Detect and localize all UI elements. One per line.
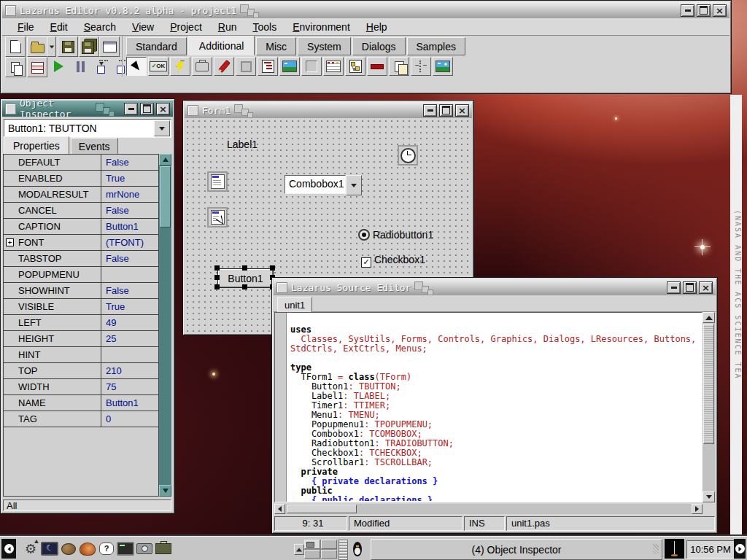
panel-hide-right-button[interactable] [734, 539, 746, 559]
property-value[interactable]: False [101, 203, 158, 218]
bevel-icon[interactable] [301, 57, 322, 76]
property-value[interactable]: (TFONT) [101, 235, 158, 250]
pager-desktop-3[interactable] [304, 550, 320, 559]
property-name[interactable]: FONT [4, 235, 101, 250]
palette-tab-samples[interactable]: Samples [407, 37, 465, 55]
scroll-up-icon[interactable] [159, 154, 171, 166]
lamp-applet-icon[interactable] [665, 539, 684, 559]
speedbutton-icon[interactable] [170, 57, 190, 76]
panel-hide-left-button[interactable] [1, 539, 16, 559]
palette-tab-misc[interactable]: Misc [256, 37, 296, 55]
property-name[interactable]: ENABLED [4, 171, 101, 186]
expand-icon[interactable]: + [6, 238, 14, 246]
combobox1-control[interactable]: Combobox1 [285, 175, 362, 195]
property-row[interactable]: HINT [4, 347, 158, 363]
konsole-icon[interactable] [117, 540, 134, 558]
select-cursor-icon[interactable] [126, 57, 147, 76]
property-row[interactable]: ENABLEDTrue [4, 171, 158, 187]
component-selector-combobox[interactable]: Button1: TBUTTON [4, 119, 171, 138]
property-name[interactable]: MODALRESULT [4, 187, 101, 202]
shell-nut-icon[interactable] [60, 540, 77, 558]
property-name[interactable]: TABSTOP [4, 251, 101, 266]
image-icon[interactable] [279, 57, 300, 76]
tab-events[interactable]: Events [71, 138, 118, 155]
scrollbar-thumb[interactable] [287, 505, 357, 513]
close-button[interactable]: × [699, 281, 713, 294]
maximize-button[interactable] [697, 4, 711, 17]
popup-menu-component-icon[interactable] [207, 207, 228, 228]
property-name[interactable]: DEFAULT [4, 155, 101, 170]
pause-icon[interactable] [71, 57, 90, 76]
radiobutton1-control[interactable]: Radiobutton1 [358, 229, 433, 241]
property-value[interactable] [101, 347, 158, 362]
open-recent-dropdown-icon[interactable] [47, 36, 56, 57]
window-menu-icon[interactable] [5, 5, 16, 16]
property-name[interactable]: POPUPMENU [4, 267, 101, 282]
taskbar-window-button[interactable]: (4) Object Inspector [371, 539, 662, 560]
maximize-button[interactable] [683, 281, 697, 294]
property-name[interactable]: CAPTION [4, 219, 101, 234]
menu-environment[interactable]: Environment [285, 20, 358, 34]
new-file-icon[interactable] [5, 36, 26, 57]
label1-control[interactable]: Label1 [227, 139, 258, 150]
minimize-button[interactable] [423, 104, 437, 117]
menu-project[interactable]: Project [162, 20, 210, 34]
selection-handle[interactable] [214, 275, 220, 280]
editor-horizontal-scrollbar[interactable] [274, 504, 703, 514]
property-row[interactable]: HEIGHT25 [4, 331, 158, 347]
menu-edit[interactable]: Edit [42, 20, 76, 34]
view-units-icon[interactable] [27, 57, 47, 77]
checkbox1-control[interactable]: ✓ Checkbox1 [361, 254, 425, 268]
property-name[interactable]: CANCEL [4, 203, 101, 218]
maximize-button[interactable] [439, 104, 453, 117]
property-name[interactable]: TAG [4, 411, 101, 427]
toolbox-icon[interactable] [155, 540, 172, 558]
window-menu-icon[interactable] [5, 104, 16, 114]
property-row[interactable]: CAPTIONButton1 [4, 219, 158, 235]
toolbar-dots-icon[interactable] [367, 57, 387, 76]
scroll-down-icon[interactable] [703, 491, 715, 502]
palette-tab-standard[interactable]: Standard [126, 37, 187, 55]
property-value[interactable]: False [101, 251, 158, 266]
selection-handle[interactable] [242, 284, 247, 289]
selection-handle[interactable] [214, 284, 220, 289]
chevron-down-icon[interactable] [154, 120, 170, 136]
window-menu-icon[interactable] [276, 282, 287, 293]
property-row[interactable]: TABSTOPFalse [4, 251, 158, 267]
property-value[interactable]: 0 [101, 411, 158, 427]
property-value[interactable]: Button1 [101, 395, 158, 411]
minimize-button[interactable] [667, 281, 681, 294]
step-into-icon[interactable] [91, 57, 110, 76]
property-value[interactable]: 25 [101, 331, 158, 346]
open-file-icon[interactable] [27, 36, 47, 57]
property-value[interactable]: 75 [101, 379, 158, 394]
new-form-icon[interactable] [99, 36, 120, 57]
kde-menu-icon[interactable]: ⚙ [22, 540, 39, 558]
pager-desktop-2[interactable] [321, 540, 337, 549]
timer-component-icon[interactable] [398, 145, 418, 166]
menu-file[interactable]: File [9, 20, 42, 34]
checklistbox-icon[interactable] [258, 57, 278, 76]
scrollbar-thumb[interactable] [160, 166, 171, 228]
desktop-moon-icon[interactable]: ☾ [41, 540, 58, 558]
property-value[interactable]: mrNone [101, 187, 158, 202]
palette-tab-additional[interactable]: Additional [188, 36, 255, 55]
menu-view[interactable]: View [124, 20, 162, 34]
property-name[interactable]: HEIGHT [4, 331, 101, 346]
tab-properties[interactable]: Properties [4, 136, 69, 155]
code-editor[interactable]: uses Classes, SysUtils, Forms, Controls,… [274, 312, 703, 502]
property-value[interactable]: True [101, 299, 158, 314]
close-button[interactable]: × [455, 104, 469, 117]
scroll-up-icon[interactable] [703, 312, 715, 323]
scroll-right-icon[interactable] [692, 504, 703, 514]
palette-tab-system[interactable]: System [298, 37, 351, 55]
minimize-button[interactable] [681, 4, 694, 17]
editor-vertical-scrollbar[interactable] [703, 312, 715, 502]
menu-help[interactable]: Help [358, 20, 395, 34]
chevron-down-icon[interactable] [346, 175, 362, 195]
property-value[interactable]: True [101, 171, 158, 186]
pager-up-icon[interactable] [294, 544, 304, 555]
desktop-pager[interactable] [304, 540, 337, 559]
property-row[interactable]: NAMEButton1 [4, 395, 158, 411]
maximize-button[interactable] [140, 103, 154, 115]
